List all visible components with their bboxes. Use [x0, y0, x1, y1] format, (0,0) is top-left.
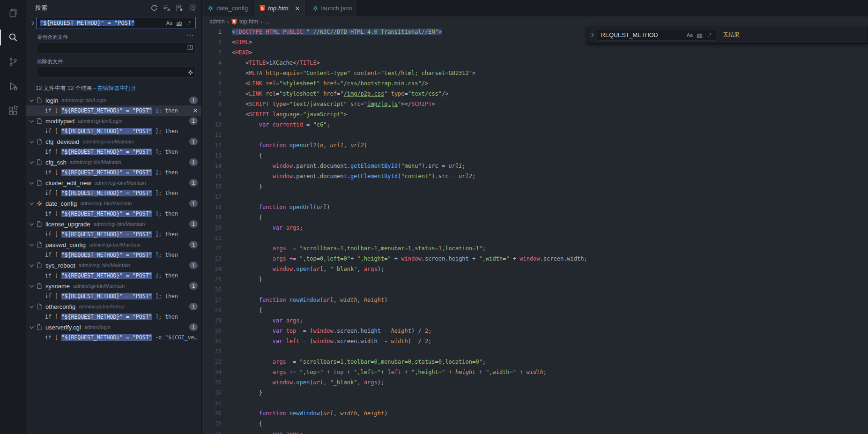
code-line[interactable]: 36 }: [202, 388, 868, 398]
result-file-row[interactable]: cfg_sshadmin/cgi-bin/Maintain1: [26, 157, 201, 167]
code-line[interactable]: 38 function newWindow(url, width, height…: [202, 408, 868, 419]
tab-launch.json[interactable]: launch.json: [307, 0, 358, 16]
code-line[interactable]: 19 {: [202, 212, 868, 223]
activity-item-search[interactable]: [0, 25, 26, 50]
result-file-row[interactable]: otherconfigadmin/cgi-bin/Setup1: [26, 301, 201, 312]
breadcrumb-item[interactable]: 5top.htm: [231, 18, 258, 25]
result-match-row[interactable]: if [ "${REQUEST_METHOD}" = "POST" ]; the…: [26, 291, 201, 301]
code-line[interactable]: 5 <META http-equiv="Content-Type" conten…: [202, 68, 868, 78]
code-line[interactable]: 9 <SCRIPT language="javaScript">: [202, 109, 868, 120]
code-line[interactable]: 39 {: [202, 419, 868, 429]
search-input[interactable]: "${REQUEST_METHOD}" = "POST" Aa ab .*: [36, 17, 196, 29]
code-line[interactable]: 18 function openUrl(url): [202, 202, 868, 212]
result-match-row[interactable]: if [ "${REQUEST_METHOD}" = "POST" ]; the…: [26, 126, 201, 136]
code-line[interactable]: 25 }: [202, 274, 868, 284]
activity-item-explorer[interactable]: [0, 1, 26, 25]
code-line[interactable]: 26: [202, 284, 868, 295]
result-match-row[interactable]: if [ "${REQUEST_METHOD}" = "POST" ]; the…: [26, 312, 201, 322]
chevron-down-icon[interactable]: [28, 158, 35, 166]
files-exclude-input[interactable]: [37, 67, 196, 78]
result-match-row[interactable]: if [ "${REQUEST_METHOD}" = "POST" ]; the…: [26, 270, 201, 281]
chevron-down-icon[interactable]: [28, 303, 35, 310]
clear-search-results-button[interactable]: [161, 2, 172, 14]
tab-top.htm[interactable]: 5top.htm: [254, 0, 306, 16]
result-file-row[interactable]: cfg_deviceidadmin/cgi-bin/Maintain1: [26, 136, 201, 147]
code-line[interactable]: 20 var args;: [202, 223, 868, 233]
code-line[interactable]: 37: [202, 398, 868, 408]
close-icon[interactable]: [192, 107, 199, 114]
code-line[interactable]: 40 var args;: [202, 429, 868, 434]
result-file-row[interactable]: loginadmin/cgi-bin/Login1: [26, 95, 201, 105]
activity-item-run-debug[interactable]: [0, 74, 26, 98]
code-line[interactable]: 27 function newWindow(url, width, height…: [202, 295, 868, 305]
code-line[interactable]: 24 window.open(url, "_blank", args);: [202, 264, 868, 274]
result-match-row[interactable]: if [ "${REQUEST_METHOD}" = "POST" -o "${…: [26, 332, 201, 343]
code-line[interactable]: 30 var top = (window.screen.height - hei…: [202, 326, 868, 336]
chevron-down-icon[interactable]: [28, 138, 35, 145]
chevron-down-icon[interactable]: [28, 282, 35, 290]
whole-word-toggle[interactable]: ab: [695, 30, 704, 39]
gear-icon[interactable]: [187, 69, 193, 75]
code-line[interactable]: 10 var currentid = "c6";: [202, 120, 868, 130]
result-match-row[interactable]: if [ "${REQUEST_METHOD}" = "POST" ]; the…: [26, 147, 201, 157]
open-in-editor-link[interactable]: 在编辑器中打开: [97, 85, 136, 91]
code-line[interactable]: 33 args = "scrollbars=1,toolbar=0,menuba…: [202, 357, 868, 367]
code-line[interactable]: 6 <LINK rel="stylesheet" href="/css/boot…: [202, 78, 868, 89]
code-line[interactable]: 35 window.open(url, "_blank", args);: [202, 377, 868, 388]
code-line[interactable]: 28 {: [202, 305, 868, 315]
match-case-toggle[interactable]: Aa: [685, 30, 694, 39]
breadcrumb-item[interactable]: ...: [265, 18, 269, 25]
result-match-row[interactable]: if [ "${REQUEST_METHOD}" = "POST" ]; the…: [26, 167, 201, 178]
code-line[interactable]: 14 window.parent.document.getElementById…: [202, 161, 868, 171]
book-icon[interactable]: [187, 45, 193, 51]
chevron-down-icon[interactable]: [28, 262, 35, 269]
code-line[interactable]: 15 window.parent.document.getElementById…: [202, 171, 868, 181]
code-line[interactable]: 3<HEAD>: [202, 47, 868, 58]
result-file-row[interactable]: sys_rebootadmin/cgi-bin/Maintain1: [26, 260, 201, 270]
chevron-down-icon[interactable]: [28, 220, 35, 228]
toggle-replace-button[interactable]: [587, 27, 597, 43]
toggle-replace-button[interactable]: [29, 17, 36, 29]
code-line[interactable]: 32: [202, 346, 868, 357]
chevron-down-icon[interactable]: [28, 200, 35, 207]
collapse-all-button[interactable]: [186, 2, 198, 14]
find-input[interactable]: REQUEST_METHOD Aa ab .*: [597, 29, 716, 41]
result-match-row[interactable]: if [ "${REQUEST_METHOD}" = "POST" ]; the…: [26, 250, 201, 260]
code-line[interactable]: 13 {: [202, 150, 868, 161]
code-line[interactable]: 23 args += ",top=0,left=0"+ ",height=" +…: [202, 254, 868, 264]
result-file-row[interactable]: passwd_configadmin/cgi-bin/Maintain1: [26, 239, 201, 250]
code-line[interactable]: 17: [202, 192, 868, 202]
result-file-row[interactable]: cluster_edit_newadmin/cgi-bin/Maintain1: [26, 178, 201, 188]
close-icon[interactable]: [294, 5, 301, 12]
code-line[interactable]: 11: [202, 130, 868, 140]
code-line[interactable]: 8 <SCRIPT type="text/javascript" src="im…: [202, 99, 868, 109]
code-line[interactable]: 7 <LINK rel="stylesheet" href="/img/p2p.…: [202, 89, 868, 99]
regex-toggle[interactable]: .*: [705, 30, 714, 39]
whole-word-toggle[interactable]: ab: [175, 19, 184, 28]
code-line[interactable]: 21: [202, 233, 868, 243]
code-line[interactable]: 29 var args;: [202, 315, 868, 326]
result-file-row[interactable]: userverify.cgiadmin/login1: [26, 322, 201, 332]
code-line[interactable]: 12 function openurl2(o, url1, url2): [202, 140, 868, 150]
tab-date_config[interactable]: date_config: [202, 0, 254, 16]
chevron-down-icon[interactable]: [28, 117, 35, 125]
result-file-row[interactable]: sysnameadmin/cgi-bin/Maintain1: [26, 281, 201, 291]
chevron-down-icon[interactable]: [28, 179, 35, 187]
result-file-row[interactable]: modifypwdadmin/cgi-bin/Login1: [26, 116, 201, 126]
result-match-row[interactable]: if [ "${REQUEST_METHOD}" = "POST" ]; the…: [26, 105, 201, 116]
result-match-row[interactable]: if [ "${REQUEST_METHOD}" = "POST" ]; the…: [26, 209, 201, 219]
code-line[interactable]: 22 args = "scrollbars=1,toolbar=1,menuba…: [202, 243, 868, 254]
breadcrumb-item[interactable]: admin: [209, 18, 225, 25]
open-new-search-editor-button[interactable]: [174, 2, 185, 14]
chevron-down-icon[interactable]: [28, 323, 35, 331]
activity-item-source-control[interactable]: [0, 50, 26, 74]
result-match-row[interactable]: if [ "${REQUEST_METHOD}" = "POST" ]; the…: [26, 229, 201, 239]
regex-toggle[interactable]: .*: [185, 19, 193, 28]
code-line[interactable]: 16 }: [202, 181, 868, 192]
refresh-button[interactable]: [148, 2, 160, 14]
files-include-input[interactable]: [37, 42, 196, 53]
activity-item-extensions[interactable]: [0, 98, 26, 123]
code-line[interactable]: 31 var left = (window.screen.width - wid…: [202, 336, 868, 346]
result-match-row[interactable]: if [ "${REQUEST_METHOD}" = "POST" ]; the…: [26, 188, 201, 198]
code-line[interactable]: 34 args += ",top=" + top + ",left="+ lef…: [202, 367, 868, 377]
